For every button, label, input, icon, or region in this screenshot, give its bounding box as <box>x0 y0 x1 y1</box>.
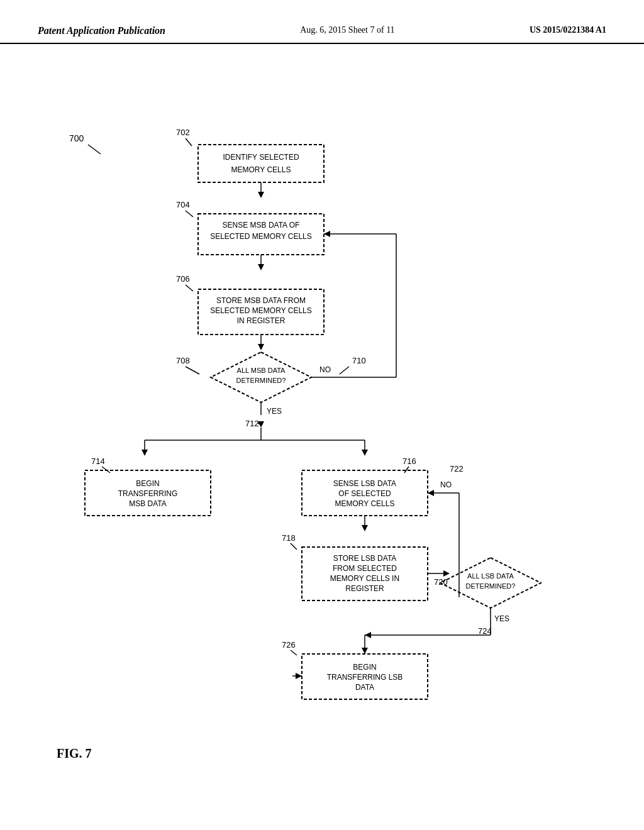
arrow-no-branch <box>324 231 330 237</box>
box-726-line1: BEGIN <box>353 663 376 672</box>
label-704: 704 <box>176 200 190 209</box>
arrow-702-704 <box>258 192 264 198</box>
header: Patent Application Publication Aug. 6, 2… <box>0 0 644 44</box>
page: Patent Application Publication Aug. 6, 2… <box>0 0 644 830</box>
yes-label-708: YES <box>267 407 282 416</box>
figure-label: FIG. 7 <box>57 746 92 761</box>
box-716-line2: OF SELECTED <box>338 489 391 498</box>
header-date-sheet: Aug. 6, 2015 Sheet 7 of 11 <box>300 25 394 35</box>
diamond-720-line2: DETERMINED? <box>466 582 516 590</box>
svg-line-4 <box>186 285 193 291</box>
svg-line-2 <box>186 211 193 217</box>
box-704-line1: SENSE MSB DATA OF <box>223 221 300 230</box>
box-702 <box>198 145 324 182</box>
box-726-line3: DATA <box>355 683 374 692</box>
svg-line-20 <box>291 650 297 655</box>
label-714: 714 <box>91 456 105 466</box>
label-726: 726 <box>282 640 296 650</box>
box-718-line2: FROM SELECTED <box>333 564 397 573</box>
box-718-line3: MEMORY CELLS IN <box>330 574 399 583</box>
header-publication-label: Patent Application Publication <box>38 25 165 36</box>
box-716-line1: SENSE LSB DATA <box>333 479 396 488</box>
flowchart-svg: 700 702 IDENTIFY SELECTED MEMORY CELLS 7… <box>50 82 597 773</box>
diagram-area: 700 702 IDENTIFY SELECTED MEMORY CELLS 7… <box>0 44 644 786</box>
diamond-720-line1: ALL LSB DATA <box>467 572 514 580</box>
label-712: 712 <box>245 419 259 428</box>
arrow-706-708 <box>258 344 264 350</box>
label-718: 718 <box>282 533 296 543</box>
label-724: 724 <box>478 626 492 636</box>
label-710: 710 <box>352 356 366 365</box>
box-714-line1: BEGIN <box>136 479 159 488</box>
box-714-line2: TRANSFERRING <box>118 489 178 498</box>
arrow-to-714 <box>142 450 148 456</box>
box-706-line2: SELECTED MEMORY CELLS <box>210 306 312 315</box>
box-718-line4: REGISTER <box>345 584 384 593</box>
diamond-708-line2: DETERMINED? <box>236 377 286 384</box>
box-714-line3: MSB DATA <box>129 499 167 508</box>
arrow-no-720 <box>428 490 434 496</box>
yes-label-720: YES <box>494 614 509 623</box>
arrow-yes-720 <box>365 632 371 638</box>
box-702-line1: IDENTIFY SELECTED <box>223 153 299 162</box>
label-700: 700 <box>69 133 84 143</box>
svg-line-7 <box>340 367 349 374</box>
arrow-718-720 <box>443 570 450 577</box>
label-706: 706 <box>176 274 190 284</box>
box-716-line3: MEMORY CELLS <box>335 499 395 508</box>
label-702: 702 <box>176 128 190 137</box>
arrow-to-716 <box>362 450 368 456</box>
arrow-704-706 <box>258 264 264 270</box>
svg-marker-22 <box>296 673 302 679</box>
header-patent-number: US 2015/0221384 A1 <box>530 25 606 35</box>
arrow-716-718 <box>362 525 368 531</box>
label-716: 716 <box>402 456 416 466</box>
no-label-720: NO <box>440 480 452 489</box>
arrow-700 <box>88 145 101 154</box>
no-label-708: NO <box>319 365 331 374</box>
label-708: 708 <box>176 356 190 365</box>
diamond-708-line1: ALL MSB DATA <box>237 367 286 374</box>
box-718-line1: STORE LSB DATA <box>333 554 397 563</box>
label-722: 722 <box>450 464 464 473</box>
box-706-line1: STORE MSB DATA FROM <box>216 296 306 305</box>
svg-line-16 <box>291 543 297 550</box>
box-706-line3: IN REGISTER <box>237 316 286 325</box>
arrow-724-726 <box>362 648 368 654</box>
box-726-line2: TRANSFERRING LSB <box>327 673 403 682</box>
svg-line-0 <box>186 138 192 146</box>
svg-line-6 <box>186 367 199 374</box>
box-704-line2: SELECTED MEMORY CELLS <box>210 232 312 241</box>
box-702-line2: MEMORY CELLS <box>231 165 291 174</box>
